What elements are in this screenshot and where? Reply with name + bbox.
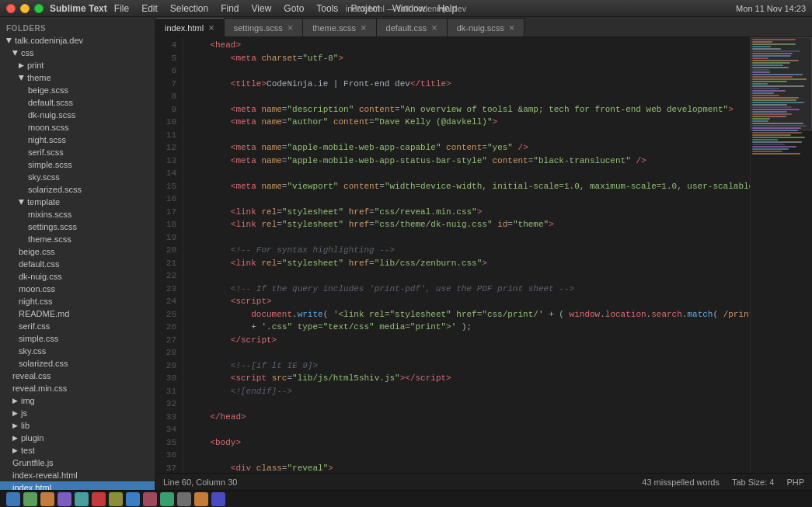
dock-icon-app7[interactable] [126, 492, 140, 506]
sidebar-item-js[interactable]: ▶ js [0, 407, 155, 419]
sidebar-item-lib[interactable]: ▶ lib [0, 419, 155, 432]
dock-icon-app5[interactable] [92, 492, 106, 506]
tab-default-css[interactable]: default.css × [377, 18, 448, 36]
line-number: 11 [162, 129, 176, 142]
menu-tools[interactable]: Tools [311, 2, 343, 16]
sidebar-item-readme[interactable]: README.md [0, 307, 155, 320]
sidebar-item-default-scss[interactable]: default.scss [0, 96, 155, 109]
tab-close-icon[interactable]: × [208, 23, 214, 33]
sidebar-item-moon-css[interactable]: moon.css [0, 283, 155, 295]
sidebar-item-label: img [21, 396, 35, 405]
dock-icon-app12[interactable] [211, 492, 225, 506]
menu-edit[interactable]: Edit [136, 2, 163, 16]
sidebar-item-moon-scss[interactable]: moon.scss [0, 121, 155, 134]
dock-icon-app10[interactable] [177, 492, 191, 506]
sidebar-item-solarized-scss[interactable]: solarized.scss [0, 183, 155, 196]
sidebar-item-theme[interactable]: ▶ theme [0, 71, 155, 84]
close-button[interactable] [6, 4, 16, 13]
tab-close-icon[interactable]: × [288, 23, 294, 33]
code-area[interactable]: 4567891011121314151617181920212223242526… [155, 37, 750, 473]
dock-icon-finder[interactable] [6, 492, 20, 506]
sidebar-item-serif-css[interactable]: serif.css [0, 320, 155, 332]
sidebar-item-dk-nuig-css[interactable]: dk-nuig.css [0, 270, 155, 283]
dock-icon-app8[interactable] [143, 492, 157, 506]
tab-label: default.css [386, 23, 427, 33]
sidebar-item-test[interactable]: ▶ test [0, 444, 155, 457]
sidebar[interactable]: FOLDERS ▶ talk.codeninja.dev ▶ css ▶ pri… [0, 17, 155, 490]
minimap-line [752, 120, 768, 122]
sidebar-item-night-css[interactable]: night.css [0, 295, 155, 307]
sidebar-item-settings-scss[interactable]: settings.scss [0, 221, 155, 233]
tab-settings-scss[interactable]: settings.scss × [225, 18, 304, 36]
sidebar-item-img[interactable]: ▶ img [0, 394, 155, 407]
code-content[interactable]: <head> <meta charset="utf-8"> <title>Cod… [183, 37, 750, 473]
code-line: <!--[if lt IE 9]> [190, 359, 744, 373]
sidebar-item-sky-css[interactable]: sky.css [0, 345, 155, 357]
sidebar-item-css[interactable]: ▶ css [0, 47, 155, 59]
dock-icon-app3[interactable] [58, 492, 71, 506]
status-bar: Line 60, Column 30 43 misspelled words T… [155, 473, 812, 490]
title-bar-right: Mon 11 Nov 14:23 [736, 4, 806, 13]
tab-close-icon[interactable]: × [431, 23, 437, 33]
minimap-line [752, 141, 802, 143]
tab-size[interactable]: Tab Size: 4 [732, 477, 774, 487]
sidebar-item-simple-scss[interactable]: simple.scss [0, 158, 155, 171]
menu-selection[interactable]: Selection [165, 2, 214, 16]
triangle-icon: ▶ [12, 434, 18, 442]
sidebar-item-mixins[interactable]: mixins.scss [0, 208, 155, 221]
minimap-line [752, 55, 791, 57]
menu-view[interactable]: View [246, 2, 277, 16]
dock-icon-app4[interactable] [75, 492, 89, 506]
language-mode[interactable]: PHP [786, 477, 804, 487]
minimap-line [752, 74, 803, 75]
menu-file[interactable]: File [109, 2, 134, 16]
minimap[interactable] [750, 37, 812, 473]
sidebar-item-dk-nuig-scss[interactable]: dk-nuig.scss [0, 109, 155, 121]
editor-main: index.html × settings.scss × theme.scss … [155, 17, 812, 490]
tab-index-html[interactable]: index.html × [155, 18, 225, 36]
sidebar-item-night-scss[interactable]: night.scss [0, 134, 155, 146]
sidebar-item-root[interactable]: ▶ talk.codeninja.dev [0, 34, 155, 47]
minimap-line [752, 46, 771, 47]
tab-close-icon[interactable]: × [361, 23, 367, 33]
sidebar-item-reveal-css[interactable]: reveal.css [0, 370, 155, 382]
sidebar-item-serif-scss[interactable]: serif.scss [0, 146, 155, 158]
minimap-line [752, 151, 782, 152]
line-number: 31 [162, 385, 176, 398]
tab-theme-scss[interactable]: theme.scss × [303, 18, 376, 36]
dock-icon-app2[interactable] [40, 492, 54, 506]
sidebar-item-plugin[interactable]: ▶ plugin [0, 432, 155, 444]
dock-icon-app1[interactable] [23, 492, 37, 506]
menu-find[interactable]: Find [215, 2, 244, 16]
sidebar-item-reveal-min-css[interactable]: reveal.min.css [0, 382, 155, 394]
sidebar-item-template[interactable]: ▶ template [0, 196, 155, 208]
tab-close-icon[interactable]: × [509, 23, 515, 33]
sidebar-item-index-html[interactable]: index.html [0, 481, 155, 490]
sidebar-item-label: solarized.scss [28, 185, 82, 194]
sidebar-item-theme-scss[interactable]: theme.scss [0, 233, 155, 245]
sidebar-item-print[interactable]: ▶ print [0, 59, 155, 71]
sidebar-item-index-reveal[interactable]: index-reveal.html [0, 469, 155, 481]
sidebar-item-gruntfile[interactable]: Gruntfile.js [0, 457, 155, 469]
minimap-line [752, 83, 768, 85]
sidebar-item-beige-scss[interactable]: beige.scss [0, 84, 155, 96]
sidebar-item-simple-css[interactable]: simple.css [0, 332, 155, 345]
minimize-button[interactable] [20, 4, 30, 13]
minimap-line [752, 125, 807, 127]
maximize-button[interactable] [34, 4, 44, 13]
menu-goto[interactable]: Goto [278, 2, 309, 16]
dock-icon-app11[interactable] [194, 492, 208, 506]
sidebar-item-solarized-css[interactable]: solarized.css [0, 357, 155, 370]
minimap-line [752, 99, 796, 101]
minimap-line [752, 113, 792, 115]
dock-icon-app6[interactable] [109, 492, 123, 506]
sidebar-item-label: README.md [19, 309, 69, 318]
line-number: 29 [162, 359, 176, 373]
code-line: <head> [190, 39, 744, 52]
code-line [190, 64, 744, 78]
sidebar-item-beige-css[interactable]: beige.css [0, 245, 155, 258]
sidebar-item-sky-scss[interactable]: sky.scss [0, 171, 155, 183]
tab-dk-nuig-scss[interactable]: dk-nuig.scss × [448, 18, 525, 36]
dock-icon-app9[interactable] [160, 492, 174, 506]
sidebar-item-default-css[interactable]: default.css [0, 258, 155, 270]
